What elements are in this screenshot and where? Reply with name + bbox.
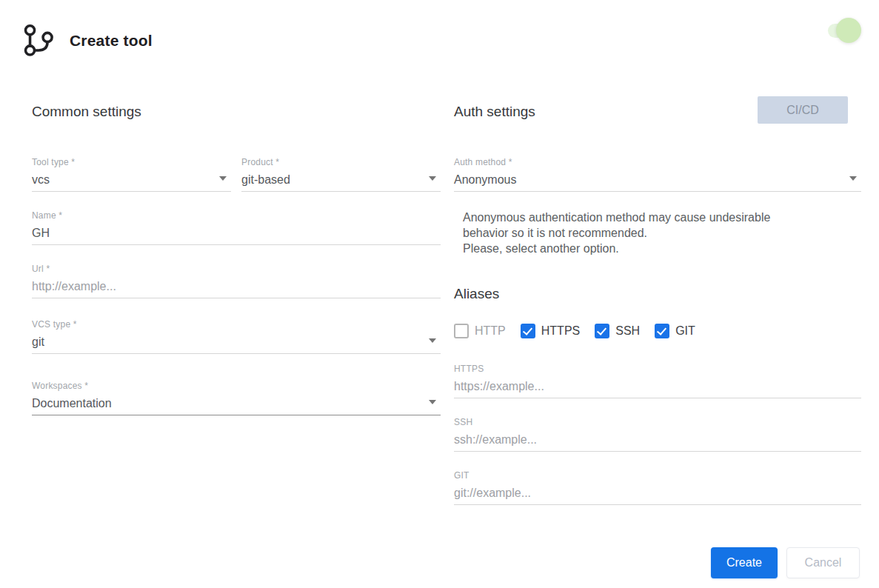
vcs-type-value: git — [32, 335, 441, 350]
toggle-knob — [836, 18, 861, 43]
header: Create tool — [20, 22, 153, 59]
chevron-down-icon — [429, 176, 436, 181]
tool-type-label: Tool type * — [32, 157, 231, 167]
name-input[interactable] — [32, 226, 441, 241]
enabled-toggle[interactable] — [828, 18, 861, 43]
checkbox-icon[interactable] — [595, 324, 609, 338]
cicd-button[interactable]: CI/CD — [758, 96, 848, 124]
vcs-type-select[interactable]: VCS type * git — [32, 319, 441, 354]
git-field-wrap: GIT — [454, 470, 861, 505]
page-title: Create tool — [70, 32, 153, 50]
auth-method-select[interactable]: Auth method * Anonymous — [454, 157, 861, 192]
product-value: git-based — [241, 173, 441, 187]
tool-type-value: vcs — [32, 173, 231, 187]
ssh-label: SSH — [454, 417, 861, 427]
checkbox-ssh[interactable]: SSH — [595, 324, 640, 338]
create-button[interactable]: Create — [711, 547, 778, 578]
auth-warning-line2: Please, select another option. — [463, 241, 803, 256]
git-label: GIT — [454, 470, 861, 481]
tool-type-select[interactable]: Tool type * vcs — [32, 157, 231, 192]
auth-settings-section: Auth settings CI/CD Auth method * Anonym… — [454, 102, 861, 505]
checkbox-icon[interactable] — [521, 324, 535, 338]
checkbox-git[interactable]: GIT — [655, 324, 695, 338]
auth-method-value: Anonymous — [454, 173, 861, 187]
name-label: Name * — [32, 210, 441, 221]
git-branch-icon — [20, 22, 57, 59]
vcs-type-label: VCS type * — [32, 319, 441, 330]
checkbox-git-label: GIT — [675, 324, 695, 338]
form-body: Common settings Tool type * vcs Product … — [32, 102, 861, 505]
name-field-wrap: Name * — [32, 210, 441, 245]
chevron-down-icon — [429, 338, 436, 343]
common-settings-heading: Common settings — [32, 102, 441, 121]
cancel-button[interactable]: Cancel — [786, 547, 860, 578]
product-label: Product * — [241, 157, 441, 167]
https-input[interactable] — [454, 379, 861, 394]
workspaces-select[interactable]: Workspaces * Documentation — [32, 381, 441, 415]
auth-method-label: Auth method * — [454, 157, 861, 167]
checkbox-ssh-label: SSH — [615, 324, 640, 338]
checkbox-https[interactable]: HTTPS — [521, 324, 580, 338]
auth-warning-text: Anonymous authentication method may caus… — [454, 210, 803, 256]
https-label: HTTPS — [454, 364, 861, 374]
workspaces-label: Workspaces * — [32, 381, 441, 391]
url-input[interactable] — [32, 279, 441, 294]
ssh-field-wrap: SSH — [454, 417, 861, 452]
chevron-down-icon — [849, 176, 857, 181]
aliases-checkbox-row: HTTP HTTPS SSH GIT — [454, 324, 861, 338]
product-select[interactable]: Product * git-based — [241, 157, 441, 192]
checkbox-icon[interactable] — [655, 324, 669, 338]
checkbox-http-label: HTTP — [475, 324, 506, 338]
checkbox-https-label: HTTPS — [541, 324, 580, 338]
https-field-wrap: HTTPS — [454, 364, 861, 398]
aliases-heading: Aliases — [454, 284, 861, 304]
chevron-down-icon — [429, 400, 436, 404]
ssh-input[interactable] — [454, 432, 861, 447]
url-label: Url * — [32, 264, 441, 274]
url-field-wrap: Url * — [32, 264, 441, 298]
checkbox-icon[interactable] — [454, 324, 469, 338]
git-input[interactable] — [454, 486, 861, 501]
checkbox-http[interactable]: HTTP — [454, 324, 506, 338]
auth-warning-line1: Anonymous authentication method may caus… — [463, 210, 803, 241]
chevron-down-icon — [219, 176, 227, 181]
common-settings-section: Common settings Tool type * vcs Product … — [32, 102, 441, 505]
workspaces-value: Documentation — [32, 396, 441, 411]
